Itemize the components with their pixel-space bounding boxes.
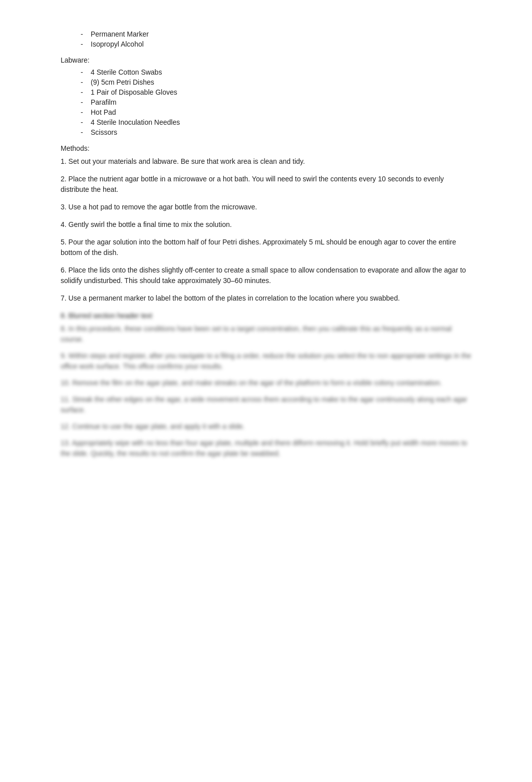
blurred-step-text: 8. In this procedure, these conditions h… xyxy=(61,325,452,343)
step-number: 3. xyxy=(61,203,67,211)
labware-item-text: Parafilm xyxy=(91,98,471,106)
step-text: Pour the agar solution into the bottom h… xyxy=(61,238,456,256)
list-dash: - xyxy=(81,118,91,126)
labware-item-text: Hot Pad xyxy=(91,108,471,116)
blurred-step-text: 11. Streak the other edges on the agar, … xyxy=(61,395,467,414)
list-dash: - xyxy=(81,98,91,106)
list-item: - Scissors xyxy=(61,128,471,136)
blurred-step-13: 13. Appropriately wipe with no less than… xyxy=(61,438,471,459)
step-number: 4. xyxy=(61,220,67,228)
list-item: - 4 Sterile Inoculation Needles xyxy=(61,118,471,126)
list-item: - 4 Sterile Cotton Swabs xyxy=(61,68,471,76)
list-dash: - xyxy=(81,128,91,136)
step-number: 2. xyxy=(61,175,67,183)
labware-list: - 4 Sterile Cotton Swabs - (9) 5cm Petri… xyxy=(61,68,471,136)
step-text: Use a hot pad to remove the agar bottle … xyxy=(69,203,257,211)
blurred-step-text: 9. Within steps and register, after you … xyxy=(61,352,471,370)
blurred-step-10: 10. Remove the film on the agar plate, a… xyxy=(61,378,471,388)
blurred-step-text: 13. Appropriately wipe with no less than… xyxy=(61,439,467,457)
blurred-step-text: 12. Continue to use the agar plate, and … xyxy=(61,422,244,430)
list-item: - Parafilm xyxy=(61,98,471,106)
list-item: - (9) 5cm Petri Dishes xyxy=(61,78,471,86)
method-step-6: 6. Place the lids onto the dishes slight… xyxy=(61,265,471,286)
list-item: - Permanent Marker xyxy=(61,30,471,38)
step-number: 6. xyxy=(61,266,67,274)
blurred-header-text: 8. Blurred section header text xyxy=(61,312,152,320)
step-number: 7. xyxy=(61,294,67,302)
list-dash: - xyxy=(81,40,91,48)
method-step-2: 2. Place the nutrient agar bottle in a m… xyxy=(61,174,471,195)
step-text: Set out your materials and labware. Be s… xyxy=(69,157,305,165)
step-number: 1. xyxy=(61,157,67,165)
list-dash: - xyxy=(81,108,91,116)
labware-item-text: 4 Sterile Inoculation Needles xyxy=(91,118,471,126)
step-text: Use a permanent marker to label the bott… xyxy=(69,294,400,302)
list-dash: - xyxy=(81,78,91,86)
labware-item-text: 1 Pair of Disposable Gloves xyxy=(91,88,471,96)
blurred-step-12: 12. Continue to use the agar plate, and … xyxy=(61,421,471,432)
blurred-step-9: 9. Within steps and register, after you … xyxy=(61,351,471,372)
pre-list-section: - Permanent Marker - Isopropyl Alcohol xyxy=(61,30,471,48)
blurred-step-11: 11. Streak the other edges on the agar, … xyxy=(61,394,471,415)
labware-header: Labware: xyxy=(61,56,471,64)
list-dash: - xyxy=(81,68,91,76)
blurred-step-text: 10. Remove the film on the agar plate, a… xyxy=(61,379,442,387)
content-wrapper: - Permanent Marker - Isopropyl Alcohol L… xyxy=(61,30,471,459)
list-item: - Isopropyl Alcohol xyxy=(61,40,471,48)
blurred-header: 8. Blurred section header text xyxy=(61,312,471,320)
labware-item-text: (9) 5cm Petri Dishes xyxy=(91,78,471,86)
list-item: - 1 Pair of Disposable Gloves xyxy=(61,88,471,96)
method-step-3: 3. Use a hot pad to remove the agar bott… xyxy=(61,202,471,212)
list-dash: - xyxy=(81,88,91,96)
labware-item-text: Scissors xyxy=(91,128,471,136)
methods-header: Methods: xyxy=(61,144,471,152)
list-item-text: Permanent Marker xyxy=(91,30,471,38)
labware-item-text: 4 Sterile Cotton Swabs xyxy=(91,68,471,76)
step-text: Place the nutrient agar bottle in a micr… xyxy=(61,175,444,193)
blurred-step-8: 8. In this procedure, these conditions h… xyxy=(61,324,471,345)
method-step-5: 5. Pour the agar solution into the botto… xyxy=(61,237,471,258)
list-dash: - xyxy=(81,30,91,38)
list-item-text: Isopropyl Alcohol xyxy=(91,40,471,48)
step-text: Gently swirl the bottle a final time to … xyxy=(69,220,232,228)
method-step-4: 4. Gently swirl the bottle a final time … xyxy=(61,219,471,230)
step-text: Place the lids onto the dishes slightly … xyxy=(61,266,466,285)
list-item: - Hot Pad xyxy=(61,108,471,116)
method-step-7: 7. Use a permanent marker to label the b… xyxy=(61,293,471,304)
step-number: 5. xyxy=(61,238,67,246)
method-step-1: 1. Set out your materials and labware. B… xyxy=(61,156,471,167)
